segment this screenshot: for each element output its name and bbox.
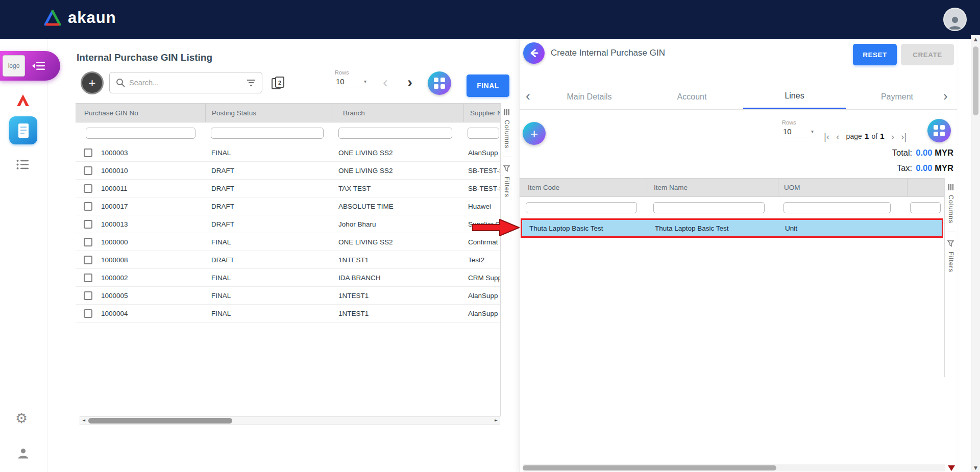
scrollbar-thumb[interactable] xyxy=(973,46,978,115)
filter-input-supplier[interactable] xyxy=(468,128,499,139)
cell-purchase-gin-no: 1000010 xyxy=(101,167,128,175)
filter-input-item-code[interactable] xyxy=(526,202,637,213)
search-input[interactable] xyxy=(129,79,242,87)
lines-side-toggles: Columns Filters xyxy=(944,178,957,377)
next-page-icon[interactable]: › xyxy=(891,132,894,141)
duplicate-records-icon[interactable]: 2 xyxy=(271,76,286,91)
scroll-left-arrow[interactable]: ◄ xyxy=(80,418,87,423)
row-checkbox[interactable] xyxy=(84,291,92,300)
plus-icon: + xyxy=(530,127,538,140)
sidebar-app-document-icon[interactable] xyxy=(9,116,37,144)
tab-main-details[interactable]: Main Details xyxy=(538,84,641,109)
cell-supplier: Confirmat xyxy=(463,233,500,251)
filter-input-purchase-gin-no[interactable] xyxy=(86,128,195,139)
create-button[interactable]: CREATE xyxy=(901,44,954,65)
scroll-up-arrow[interactable]: ▲ xyxy=(971,37,980,42)
tab-account[interactable]: Account xyxy=(641,84,743,109)
last-page-icon[interactable]: ›| xyxy=(901,132,906,141)
user-avatar[interactable] xyxy=(943,8,967,31)
prev-page-chevron[interactable]: ‹ xyxy=(383,74,388,90)
filters-panel-toggle[interactable]: Filters xyxy=(503,177,510,197)
person-icon xyxy=(17,446,30,459)
scroll-down-arrow[interactable]: ▼ xyxy=(971,465,980,470)
prev-page-icon[interactable]: ‹ xyxy=(836,132,839,141)
filter-list-icon[interactable] xyxy=(247,79,256,86)
row-checkbox[interactable] xyxy=(84,148,92,157)
rows-per-page-select[interactable]: Rows 10 ▾ xyxy=(335,69,368,87)
sidebar-listing-icon[interactable] xyxy=(16,159,29,172)
scrollbar-thumb[interactable] xyxy=(88,418,232,424)
column-header-branch[interactable]: Branch xyxy=(332,104,463,122)
filter-input-extra[interactable] xyxy=(910,202,941,213)
sidebar-logo-badge[interactable]: logo xyxy=(0,51,60,81)
table-row[interactable]: 1000000 FINAL ONE LIVING SS2 Confirmat xyxy=(76,233,500,251)
add-record-button[interactable]: + xyxy=(81,71,104,94)
row-checkbox[interactable] xyxy=(84,166,92,175)
lines-grid-view-button[interactable] xyxy=(927,119,951,142)
next-page-chevron[interactable]: › xyxy=(407,74,412,90)
row-checkbox[interactable] xyxy=(84,202,92,211)
table-row[interactable]: 1000003 FINAL ONE LIVING SS2 AlanSupp xyxy=(76,144,500,162)
row-checkbox[interactable] xyxy=(84,238,92,246)
filter-input-item-name[interactable] xyxy=(653,202,765,213)
columns-panel-toggle[interactable]: Columns xyxy=(947,195,954,223)
scroll-right-arrow[interactable]: ► xyxy=(493,418,500,423)
sidebar-profile-icon[interactable] xyxy=(17,446,30,461)
tenant-logo-placeholder: logo xyxy=(3,55,25,77)
tabs-scroll-left-icon[interactable]: ‹ xyxy=(526,88,530,104)
columns-panel-toggle[interactable]: Columns xyxy=(503,120,510,148)
cell-posting-status: DRAFT xyxy=(205,251,332,268)
column-header-posting-status[interactable]: Posting Status xyxy=(205,104,332,122)
search-box xyxy=(109,72,262,93)
row-checkbox[interactable] xyxy=(84,309,92,318)
add-line-button[interactable]: + xyxy=(523,122,546,145)
table-row[interactable]: 1000008 DRAFT 1NTEST1 Test2 xyxy=(76,251,500,269)
back-button[interactable] xyxy=(523,42,545,64)
table-row[interactable]: 1000011 DRAFT TAX TEST SB-TEST-S xyxy=(76,180,500,197)
filter-input-posting-status[interactable] xyxy=(211,128,324,139)
listing-table-header: Purchase GIN No Posting Status Branch Su… xyxy=(76,103,500,122)
tab-lines[interactable]: Lines xyxy=(743,84,846,109)
listing-horizontal-scrollbar[interactable]: ◄ ► xyxy=(80,416,500,425)
grid-view-button[interactable] xyxy=(428,71,451,95)
lines-rows-per-page-select[interactable]: Rows 10 ▾ xyxy=(782,119,815,137)
row-checkbox[interactable] xyxy=(84,274,92,282)
brand-name: akaun xyxy=(68,9,116,27)
column-header-purchase-gin-no[interactable]: Purchase GIN No xyxy=(76,104,205,122)
tab-payment[interactable]: Payment xyxy=(846,84,948,109)
row-checkbox[interactable] xyxy=(84,256,92,264)
cell-branch: IDA BRANCH xyxy=(332,269,463,286)
selected-line-row[interactable]: Thuta Laptop Basic Test Thuta Laptop Bas… xyxy=(521,218,943,238)
table-row[interactable]: 1000004 FINAL 1NTEST1 AlanSupp xyxy=(76,305,500,322)
first-page-icon[interactable]: |‹ xyxy=(824,132,829,141)
table-row[interactable]: 1000002 FINAL IDA BRANCH CRM Supp xyxy=(76,269,500,287)
column-header-uom[interactable]: UOM xyxy=(778,179,907,196)
reset-button[interactable]: RESET xyxy=(853,44,897,65)
lines-horizontal-scrollbar[interactable] xyxy=(523,464,945,471)
page-vertical-scrollbar[interactable]: ▲ ▼ xyxy=(971,35,980,472)
filters-panel-toggle[interactable]: Filters xyxy=(947,252,954,272)
column-header-item-code[interactable]: Item Code xyxy=(520,179,648,196)
row-checkbox[interactable] xyxy=(84,184,92,193)
tabs-scroll-right-icon[interactable]: › xyxy=(943,88,948,104)
cell-posting-status: FINAL xyxy=(205,233,332,251)
cell-supplier: Huawei xyxy=(463,197,500,215)
column-header-supplier[interactable]: Supplier N xyxy=(463,104,500,122)
scrollbar-thumb[interactable] xyxy=(523,465,776,470)
sidebar-app-red-icon[interactable] xyxy=(15,92,31,110)
settings-gear-icon[interactable]: ⚙ xyxy=(15,411,28,425)
menu-collapse-icon[interactable] xyxy=(32,61,45,71)
table-row[interactable]: 1000013 DRAFT Johor Bharu Supplier C xyxy=(76,215,500,233)
final-status-filter-button[interactable]: FINAL xyxy=(467,74,509,97)
cell-posting-status: FINAL xyxy=(205,305,332,322)
table-row[interactable]: 1000010 DRAFT ONE LIVING SS2 SB-TEST-S xyxy=(76,162,500,180)
brand-logo[interactable]: akaun xyxy=(43,9,116,27)
cell-branch: Johor Bharu xyxy=(332,215,463,233)
table-row[interactable]: 1000017 DRAFT ABSOLUTE TIME Huawei xyxy=(76,197,500,215)
filter-input-uom[interactable] xyxy=(783,202,891,213)
table-row[interactable]: 1000005 FINAL 1NTEST1 AlanSupp xyxy=(76,287,500,305)
filter-input-branch[interactable] xyxy=(338,128,452,139)
total-value: 0.00 xyxy=(916,148,932,157)
column-header-item-name[interactable]: Item Name xyxy=(648,179,778,196)
row-checkbox[interactable] xyxy=(84,220,92,229)
